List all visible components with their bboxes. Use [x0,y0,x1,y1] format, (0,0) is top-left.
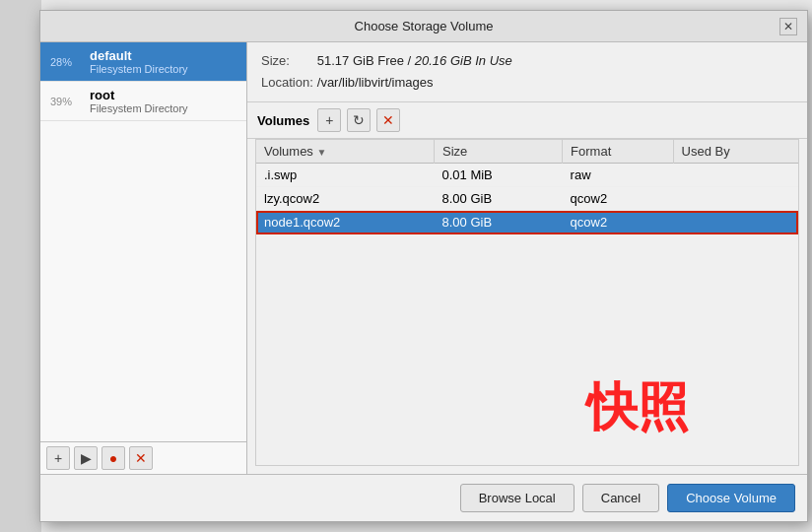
app-sidebar [0,0,41,532]
sort-arrow-icon: ▼ [317,147,327,158]
pool-record-button[interactable]: ● [102,446,125,470]
volume-row-lzy[interactable]: lzy.qcow2 8.00 GiB qcow2 [256,187,798,211]
volume-format-node1: qcow2 [563,211,673,234]
pool-type-default: Filesystem Directory [90,63,188,75]
volume-row-node1[interactable]: node1.qcow2 8.00 GiB qcow2 [256,211,798,234]
pool-play-button[interactable]: ▶ [74,446,98,470]
pool-percent-root: 39% [50,96,82,107]
pool-name-default: default [90,48,188,63]
pool-info-default: default Filesystem Directory [90,48,188,75]
col-header-usedby[interactable]: Used By [673,140,798,164]
volume-usedby-lzy [673,187,798,211]
dialog-titlebar: Choose Storage Volume ✕ [40,11,807,42]
cancel-button[interactable]: Cancel [582,484,659,512]
pool-list-footer: + ▶ ● ✕ [40,441,246,474]
dialog-body: 28% default Filesystem Directory 39% roo… [40,42,807,474]
volumes-table-wrapper: Volumes ▼ Size Format Used By .i.swp [255,139,799,466]
pool-list: 28% default Filesystem Directory 39% roo… [40,42,247,474]
volumes-refresh-button[interactable]: ↻ [347,108,371,132]
volume-name-lzy: lzy.qcow2 [256,187,434,211]
size-inuse: 20.16 GiB In Use [415,53,512,68]
pool-name-root: root [90,88,188,102]
size-free: 51.17 GiB Free / [317,53,411,68]
dialog-backdrop: Choose Storage Volume ✕ 28% default File… [0,0,812,532]
pool-info-root: root Filesystem Directory [90,88,188,114]
volume-format-iswp: raw [563,164,673,187]
col-header-size[interactable]: Size [434,140,562,164]
volumes-delete-button[interactable]: ✕ [376,108,400,132]
location-label: Location: [261,72,317,94]
pool-percent-default: 28% [50,56,82,68]
dialog-footer: Browse Local Cancel Choose Volume [40,474,807,521]
volume-usedby-iswp [673,164,798,187]
location-value: /var/lib/libvirt/images [317,72,516,94]
volume-panel: Size: 51.17 GiB Free / 20.16 GiB In Use … [247,42,807,474]
dialog-title: Choose Storage Volume [68,19,779,33]
volume-usedby-node1 [673,211,798,234]
volumes-toolbar: Volumes + ↻ ✕ [247,102,807,139]
pool-delete-button[interactable]: ✕ [129,446,153,470]
pool-type-root: Filesystem Directory [90,102,188,114]
pool-add-button[interactable]: + [46,446,70,470]
volumes-table: Volumes ▼ Size Format Used By .i.swp [256,140,798,234]
col-header-volumes[interactable]: Volumes ▼ [256,140,434,164]
volumes-table-header: Volumes ▼ Size Format Used By [256,140,798,164]
volume-size-lzy: 8.00 GiB [434,187,562,211]
volume-size-iswp: 0.01 MiB [434,164,562,187]
size-label: Size: [261,50,317,72]
choose-volume-button[interactable]: Choose Volume [667,484,795,512]
volume-row-iswp[interactable]: .i.swp 0.01 MiB raw [256,164,798,187]
col-header-format[interactable]: Format [563,140,673,164]
dialog-close-button[interactable]: ✕ [779,18,797,35]
volume-name-iswp: .i.swp [256,164,434,187]
pool-item-root[interactable]: 39% root Filesystem Directory [40,82,246,121]
size-value: 51.17 GiB Free / 20.16 GiB In Use [317,50,516,72]
volume-format-lzy: qcow2 [563,187,673,211]
choose-storage-dialog: Choose Storage Volume ✕ 28% default File… [39,10,808,522]
pool-item-default[interactable]: 28% default Filesystem Directory [40,42,246,82]
volume-size-node1: 8.00 GiB [434,211,562,234]
browse-local-button[interactable]: Browse Local [460,484,575,512]
volumes-label: Volumes [257,113,309,128]
volume-name-node1: node1.qcow2 [256,211,434,234]
volumes-add-button[interactable]: + [317,108,341,132]
storage-info: Size: 51.17 GiB Free / 20.16 GiB In Use … [247,42,807,102]
